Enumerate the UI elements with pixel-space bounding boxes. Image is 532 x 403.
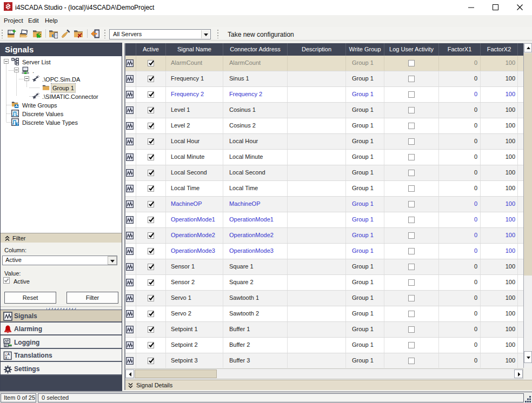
svg-text:X↕: X↕ xyxy=(5,356,9,360)
svg-text:?: ? xyxy=(16,122,18,126)
